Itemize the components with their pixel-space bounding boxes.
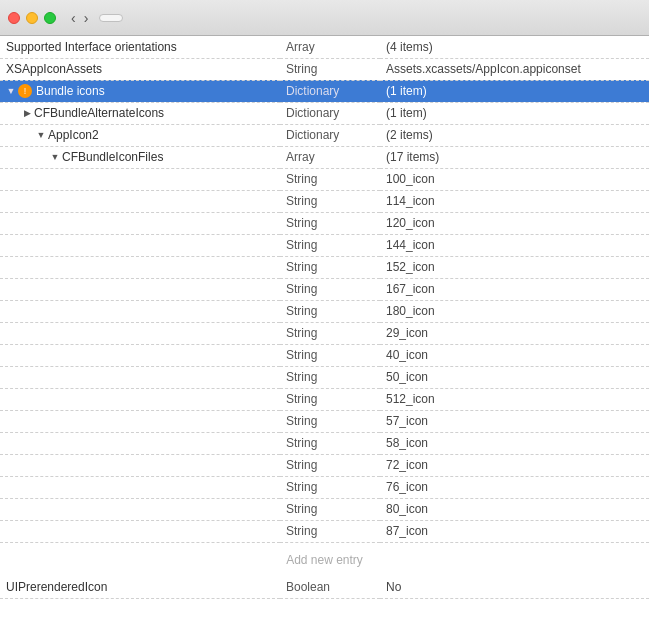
file-tab[interactable]: [99, 14, 123, 22]
value-label: 114_icon: [380, 190, 649, 212]
table-row[interactable]: String100_icon: [0, 168, 649, 190]
value-label: (17 items): [380, 146, 649, 168]
value-label: 40_icon: [380, 344, 649, 366]
value-label: 512_icon: [380, 388, 649, 410]
value-label: (4 items): [380, 36, 649, 58]
type-label: Dictionary: [280, 102, 380, 124]
type-label: String: [280, 234, 380, 256]
table-row[interactable]: String114_icon: [0, 190, 649, 212]
type-label: String: [280, 344, 380, 366]
table-row[interactable]: String80_icon: [0, 498, 649, 520]
key-label: Bundle icons: [36, 84, 105, 98]
table-container: Supported Interface orientationsArray(4 …: [0, 36, 649, 625]
type-label: String: [280, 300, 380, 322]
value-label: 167_icon: [380, 278, 649, 300]
type-label: String: [280, 322, 380, 344]
table-row[interactable]: String180_icon: [0, 300, 649, 322]
type-label: Dictionary: [280, 124, 380, 146]
maximize-button[interactable]: [44, 12, 56, 24]
table-row[interactable]: Supported Interface orientationsArray(4 …: [0, 36, 649, 58]
footer-value: No: [380, 577, 649, 599]
nav-buttons: ‹ ›: [68, 11, 91, 25]
traffic-lights: [8, 12, 56, 24]
value-label: 120_icon: [380, 212, 649, 234]
table-row[interactable]: String120_icon: [0, 212, 649, 234]
type-label: String: [280, 58, 380, 80]
table-row[interactable]: ▼AppIcon2Dictionary(2 items): [0, 124, 649, 146]
value-label: 72_icon: [380, 454, 649, 476]
value-label: (1 item): [380, 80, 649, 102]
key-label: XSAppIconAssets: [6, 62, 102, 76]
table-row[interactable]: String72_icon: [0, 454, 649, 476]
value-label: 152_icon: [380, 256, 649, 278]
tab-bar: [99, 14, 641, 22]
type-label: String: [280, 278, 380, 300]
key-label: Supported Interface orientations: [6, 40, 177, 54]
value-label: 76_icon: [380, 476, 649, 498]
table-row[interactable]: XSAppIconAssetsStringAssets.xcassets/App…: [0, 58, 649, 80]
table-row[interactable]: String50_icon: [0, 366, 649, 388]
value-label: (1 item): [380, 102, 649, 124]
type-label: Dictionary: [280, 80, 380, 102]
expand-icon[interactable]: ▼: [36, 130, 46, 140]
type-label: String: [280, 432, 380, 454]
table-row[interactable]: String40_icon: [0, 344, 649, 366]
type-label: String: [280, 212, 380, 234]
type-label: String: [280, 256, 380, 278]
expand-icon[interactable]: ▼: [6, 86, 16, 96]
back-button[interactable]: ‹: [68, 11, 79, 25]
table-row[interactable]: String87_icon: [0, 520, 649, 542]
type-label: String: [280, 168, 380, 190]
key-label: CFBundleIconFiles: [62, 150, 163, 164]
badge-icon: !: [18, 84, 32, 98]
add-entry[interactable]: Add new entry: [0, 543, 649, 577]
footer-table: UIPrerenderedIconBooleanNo: [0, 577, 649, 600]
table-row[interactable]: String167_icon: [0, 278, 649, 300]
table-row[interactable]: String144_icon: [0, 234, 649, 256]
value-label: (2 items): [380, 124, 649, 146]
footer-type: Boolean: [280, 577, 380, 599]
type-label: String: [280, 520, 380, 542]
type-label: String: [280, 366, 380, 388]
value-label: 144_icon: [380, 234, 649, 256]
key-label: AppIcon2: [48, 128, 99, 142]
expand-icon[interactable]: ▼: [50, 152, 60, 162]
table-row[interactable]: String57_icon: [0, 410, 649, 432]
type-label: String: [280, 190, 380, 212]
expand-icon[interactable]: ▶: [22, 108, 32, 118]
value-label: 100_icon: [380, 168, 649, 190]
type-label: Array: [280, 146, 380, 168]
table-row[interactable]: String76_icon: [0, 476, 649, 498]
table-row[interactable]: String512_icon: [0, 388, 649, 410]
minimize-button[interactable]: [26, 12, 38, 24]
type-label: String: [280, 410, 380, 432]
footer-row[interactable]: UIPrerenderedIconBooleanNo: [0, 577, 649, 599]
table-row[interactable]: String29_icon: [0, 322, 649, 344]
value-label: Assets.xcassets/AppIcon.appiconset: [380, 58, 649, 80]
value-label: 50_icon: [380, 366, 649, 388]
value-label: 87_icon: [380, 520, 649, 542]
type-label: String: [280, 454, 380, 476]
type-label: String: [280, 476, 380, 498]
value-label: 58_icon: [380, 432, 649, 454]
type-label: String: [280, 498, 380, 520]
type-label: Array: [280, 36, 380, 58]
table-row[interactable]: ▼CFBundleIconFilesArray(17 items): [0, 146, 649, 168]
table-row[interactable]: ▼!Bundle iconsDictionary(1 item): [0, 80, 649, 102]
close-button[interactable]: [8, 12, 20, 24]
value-label: 180_icon: [380, 300, 649, 322]
value-label: 57_icon: [380, 410, 649, 432]
type-label: String: [280, 388, 380, 410]
key-label: CFBundleAlternateIcons: [34, 106, 164, 120]
forward-button[interactable]: ›: [81, 11, 92, 25]
value-label: 29_icon: [380, 322, 649, 344]
table-row[interactable]: ▶CFBundleAlternateIconsDictionary(1 item…: [0, 102, 649, 124]
footer-key: UIPrerenderedIcon: [0, 577, 280, 599]
table-row[interactable]: String152_icon: [0, 256, 649, 278]
table-row[interactable]: String58_icon: [0, 432, 649, 454]
plist-table: Supported Interface orientationsArray(4 …: [0, 36, 649, 543]
title-bar: ‹ ›: [0, 0, 649, 36]
value-label: 80_icon: [380, 498, 649, 520]
